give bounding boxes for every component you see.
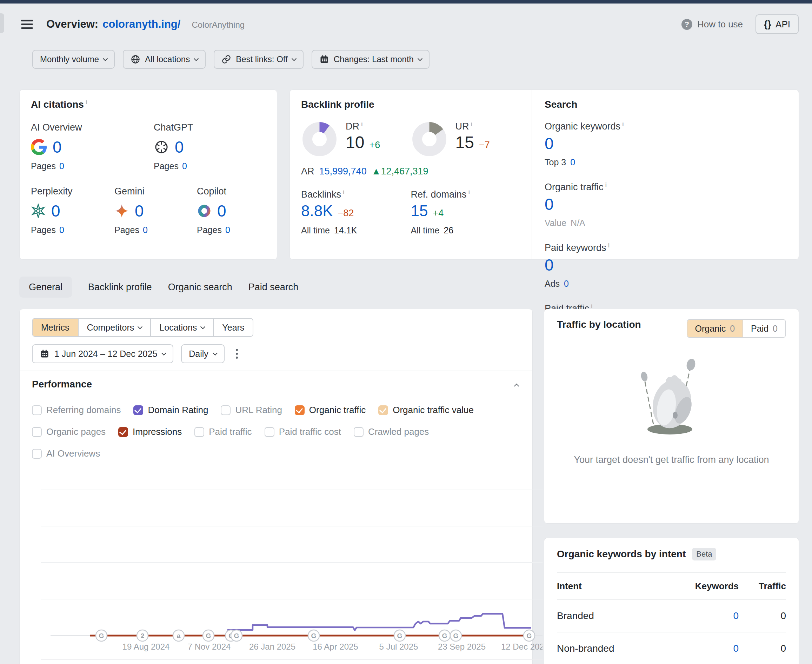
info-icon: i	[471, 121, 473, 127]
domain-rating-line-series	[228, 614, 531, 630]
checkbox-organic-pages[interactable]: Organic pages	[32, 426, 106, 437]
backlink-search-card: Backlink profile DRi 10+6 URi 15−7	[290, 90, 799, 260]
keywords-by-intent-card: Organic keywords by intent Beta Intent K…	[544, 538, 799, 664]
organic-traffic-value-link[interactable]: 0	[545, 195, 554, 214]
checkbox-organic-traffic[interactable]: Organic traffic	[295, 405, 366, 415]
non-branded-traffic-value: 0	[739, 643, 786, 654]
x-axis-label: 5 Jul 2025	[379, 642, 418, 651]
organic-traffic-metric: Organic traffici 0 ValueN/A	[545, 181, 668, 228]
info-icon: i	[608, 242, 610, 249]
x-axis-label: 26 Jan 2025	[249, 642, 296, 651]
copilot-value[interactable]: 0	[217, 202, 226, 220]
checkbox-url-rating[interactable]: URL Rating	[221, 405, 282, 415]
svg-text:a: a	[177, 632, 181, 640]
checkbox-impressions[interactable]: Impressions	[118, 426, 182, 437]
ai-citations-title: AI citationsi	[31, 99, 266, 110]
backlinks-alltime: 14.1K	[334, 225, 357, 235]
paid-keywords-metric: Paid keywordsi 0 Ads0	[545, 242, 668, 289]
x-axis-label: 7 Nov 2024	[188, 642, 231, 651]
search-section: Search Organic keywordsi 0 Top 30 Organi…	[532, 90, 799, 259]
gemini-value[interactable]: 0	[135, 202, 144, 220]
chevron-down-icon	[213, 350, 218, 355]
perplexity-label: Perplexity	[31, 186, 114, 197]
svg-text:G: G	[453, 632, 459, 640]
changes-filter-dropdown[interactable]: Changes: Last month	[312, 50, 430, 69]
info-icon: i	[361, 121, 363, 127]
globe-icon	[130, 54, 140, 64]
best-links-filter-dropdown[interactable]: Best links: Off	[214, 50, 304, 69]
ur-delta: −7	[479, 140, 490, 151]
tab-general[interactable]: General	[19, 277, 72, 298]
checkbox-paid-traffic-cost[interactable]: Paid traffic cost	[265, 426, 341, 437]
chatgpt-icon	[154, 139, 169, 155]
checkbox-referring-domains[interactable]: Referring domains	[32, 405, 121, 415]
x-axis-label: 12 Dec 2025	[501, 642, 542, 651]
perplexity-icon	[31, 203, 46, 218]
ai-overview-label: AI Overview	[31, 122, 154, 133]
segment-locations[interactable]: Locations	[150, 319, 213, 336]
ads-value-link[interactable]: 0	[564, 279, 569, 288]
question-circle-icon: ?	[682, 19, 692, 30]
column-intent: Intent	[557, 581, 679, 592]
calendar-icon	[40, 349, 49, 359]
api-button[interactable]: {} API	[755, 15, 799, 34]
checkbox-paid-traffic[interactable]: Paid traffic	[194, 426, 252, 437]
toggle-organic[interactable]: Organic0	[687, 320, 742, 337]
top3-value-link[interactable]: 0	[570, 157, 575, 167]
branded-keywords-link[interactable]: 0	[679, 610, 739, 622]
dr-delta: +6	[369, 140, 380, 151]
checkbox-organic-traffic-value[interactable]: Organic traffic value	[378, 405, 474, 415]
how-to-use-link[interactable]: How to use	[697, 19, 743, 30]
info-icon: i	[605, 181, 607, 188]
checkbox-crawled-pages[interactable]: Crawled pages	[354, 426, 429, 437]
performance-title: Performance	[32, 379, 92, 390]
ur-donut-chart	[411, 121, 448, 158]
segment-metrics[interactable]: Metrics	[33, 319, 78, 336]
intent-branded-label: Branded	[557, 610, 679, 622]
locations-filter-label: All locations	[145, 54, 190, 64]
header-actions: ? How to use {} API	[682, 15, 799, 34]
organic-keywords-value-link[interactable]: 0	[545, 134, 554, 153]
svg-text:G: G	[206, 632, 211, 640]
ref-domains-value-link[interactable]: 15	[411, 202, 428, 220]
ai-overview-pages-link[interactable]: 0	[59, 161, 64, 171]
granularity-dropdown[interactable]: Daily	[181, 344, 225, 363]
copilot-label: Copilot	[197, 186, 230, 197]
domain-rating-block: DRi 10+6	[301, 121, 411, 158]
tab-backlink-profile[interactable]: Backlink profile	[88, 282, 152, 293]
ar-value-link[interactable]: 15,999,740	[319, 166, 367, 177]
checkbox-domain-rating[interactable]: Domain Rating	[133, 405, 208, 415]
chatgpt-pages-link[interactable]: 0	[182, 161, 187, 171]
divider	[20, 371, 532, 371]
chevron-down-icon	[194, 56, 199, 61]
info-icon: i	[622, 121, 624, 127]
date-range-picker[interactable]: 1 Jun 2024 – 12 Dec 2025	[32, 344, 173, 363]
tab-paid-search[interactable]: Paid search	[249, 282, 299, 293]
checkbox-ai-overviews[interactable]: AI Overviews	[32, 448, 100, 459]
copilot-pages-link[interactable]: 0	[225, 225, 230, 235]
target-link[interactable]: coloranyth.ing/	[103, 18, 181, 31]
chevron-down-icon	[418, 56, 423, 61]
volume-filter-dropdown[interactable]: Monthly volume	[32, 50, 115, 69]
toggle-paid[interactable]: Paid0	[742, 320, 785, 337]
perplexity-value[interactable]: 0	[51, 202, 60, 220]
collapse-section-button[interactable]	[515, 382, 518, 389]
chatgpt-value[interactable]: 0	[175, 138, 184, 156]
paid-keywords-value-link[interactable]: 0	[545, 256, 554, 275]
gemini-icon	[114, 203, 129, 218]
more-options-kebab-icon[interactable]	[232, 345, 241, 362]
perplexity-pages-link[interactable]: 0	[59, 225, 64, 235]
svg-text:G: G	[311, 632, 317, 640]
title-prefix: Overview:	[46, 18, 98, 31]
ai-overview-value[interactable]: 0	[53, 138, 62, 156]
gemini-pages-link[interactable]: 0	[143, 225, 148, 235]
organic-keywords-metric: Organic keywordsi 0 Top 30	[545, 121, 668, 168]
non-branded-keywords-link[interactable]: 0	[679, 643, 739, 654]
segment-competitors[interactable]: Competitors	[78, 319, 151, 336]
hamburger-menu-icon[interactable]	[21, 20, 33, 29]
backlinks-value-link[interactable]: 8.8K	[301, 202, 333, 220]
tab-organic-search[interactable]: Organic search	[168, 282, 232, 293]
segment-years[interactable]: Years	[213, 319, 253, 336]
ai-citations-card: AI citationsi AI Overview 0 Pages0 ChatG…	[19, 90, 277, 260]
locations-filter-dropdown[interactable]: All locations	[123, 50, 206, 69]
